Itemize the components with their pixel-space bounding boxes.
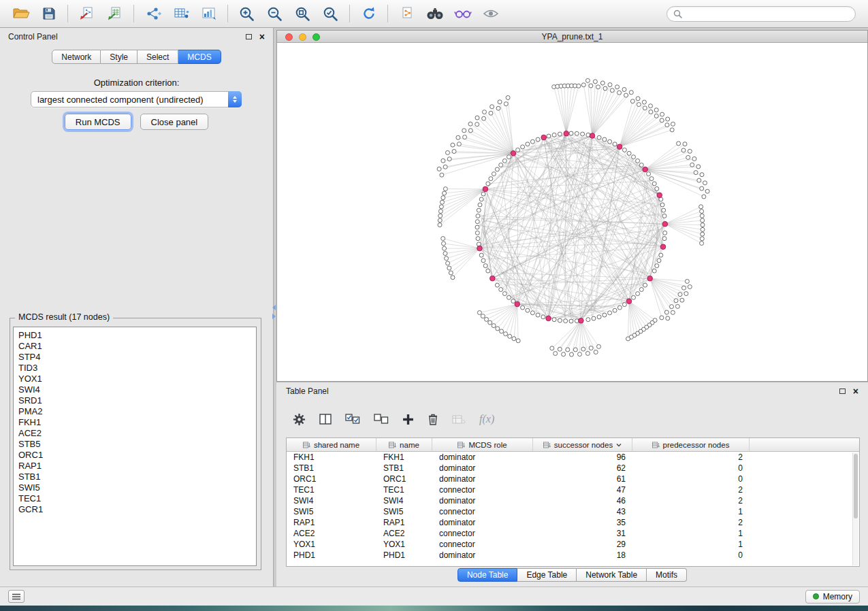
control-panel-header: Control Panel × — [0, 28, 273, 46]
tab-network[interactable]: Network — [52, 50, 101, 64]
column-header-successor_nodes[interactable]: successor nodes — [533, 438, 632, 451]
table-row[interactable]: TEC1TEC1connector472 — [287, 484, 859, 495]
table-row[interactable]: SWI5SWI5connector431 — [287, 506, 859, 517]
save-button[interactable] — [35, 3, 63, 24]
columns-icon — [319, 414, 332, 425]
show-columns-button[interactable] — [319, 414, 332, 425]
export-table-button[interactable] — [167, 3, 195, 24]
table-row[interactable]: FKH1FKH1dominator962 — [287, 452, 859, 463]
share-document-button[interactable] — [393, 3, 421, 24]
close-panel-icon[interactable]: × — [259, 32, 265, 42]
column-header-shared_name[interactable]: shared name — [287, 438, 376, 451]
cell-shared_name: PHD1 — [287, 550, 376, 560]
import-network-button[interactable] — [73, 3, 101, 24]
network-canvas[interactable] — [277, 44, 867, 381]
tab-style[interactable]: Style — [101, 50, 138, 64]
cell-predecessor_nodes: 2 — [632, 518, 750, 527]
select-all-icon — [345, 414, 360, 425]
result-node-item[interactable]: GCR1 — [14, 504, 256, 515]
column-header-name[interactable]: name — [376, 438, 432, 451]
tab-motifs[interactable]: Motifs — [647, 568, 687, 582]
collapse-left-icon[interactable] — [272, 305, 276, 310]
delete-rows-button[interactable] — [428, 413, 438, 425]
table-settings-button[interactable] — [293, 413, 306, 426]
result-node-item[interactable]: FKH1 — [14, 417, 256, 428]
table-row[interactable]: YOX1YOX1connector291 — [287, 539, 859, 550]
tab-edge-table[interactable]: Edge Table — [517, 568, 577, 582]
result-node-item[interactable]: STB1 — [14, 472, 256, 482]
control-panel: Control Panel × NetworkStyleSelectMCDS O… — [0, 28, 274, 587]
tab-mcds[interactable]: MCDS — [178, 50, 221, 64]
deselect-all-button[interactable] — [374, 414, 389, 425]
cell-name: TEC1 — [376, 485, 432, 495]
memory-label: Memory — [823, 592, 852, 601]
apply-function-button[interactable]: f(x) — [479, 413, 494, 425]
run-mcds-button[interactable]: Run MCDS — [65, 114, 131, 130]
memory-button[interactable]: Memory — [805, 590, 860, 604]
eye-icon — [483, 9, 499, 18]
network-window-titlebar[interactable]: YPA_prune.txt_1 — [277, 31, 867, 43]
clear-table-button[interactable] — [452, 414, 466, 425]
result-node-item[interactable]: ORC1 — [14, 450, 256, 461]
tab-select[interactable]: Select — [138, 50, 178, 64]
result-node-item[interactable]: TID3 — [14, 363, 256, 374]
table-scrollbar[interactable] — [852, 452, 858, 565]
result-node-item[interactable]: YOX1 — [14, 374, 256, 384]
cell-name: FKH1 — [376, 452, 432, 462]
float-table-panel-icon[interactable] — [839, 389, 846, 394]
export-image-icon — [201, 7, 217, 20]
search-input[interactable] — [686, 8, 849, 19]
result-node-item[interactable]: PHD1 — [14, 330, 256, 341]
result-node-item[interactable]: STB5 — [14, 439, 256, 450]
table-row[interactable]: ORC1ORC1dominator610 — [287, 474, 859, 484]
table-row[interactable]: PHD1PHD1dominator180 — [287, 550, 859, 561]
table-row[interactable]: SWI4SWI4dominator462 — [287, 495, 859, 506]
export-image-button[interactable] — [195, 3, 223, 24]
column-header-mcds_role[interactable]: MCDS role — [432, 438, 533, 451]
column-header-predecessor_nodes[interactable]: predecessor nodes — [632, 438, 750, 451]
cell-successor_nodes: 61 — [533, 474, 632, 484]
add-row-button[interactable] — [402, 414, 414, 425]
result-node-item[interactable]: TEC1 — [14, 493, 256, 504]
zoom-fit-button[interactable] — [289, 3, 317, 24]
close-table-panel-icon[interactable]: × — [853, 386, 858, 396]
close-panel-button[interactable]: Close panel — [140, 114, 209, 130]
result-node-item[interactable]: CAR1 — [14, 341, 256, 352]
search-field[interactable] — [666, 6, 856, 22]
tab-node-table[interactable]: Node Table — [457, 568, 518, 582]
zoom-selected-button[interactable] — [317, 3, 344, 24]
select-all-button[interactable] — [345, 414, 360, 425]
table-row[interactable]: RAP1RAP1dominator352 — [287, 517, 859, 528]
collapse-right-icon[interactable] — [272, 314, 276, 319]
result-node-item[interactable]: RAP1 — [14, 461, 256, 472]
refresh-button[interactable] — [355, 3, 383, 24]
cell-successor_nodes: 29 — [533, 540, 632, 549]
result-node-item[interactable]: STP4 — [14, 352, 256, 363]
table-row[interactable]: STB1STB1dominator620 — [287, 463, 859, 474]
zoom-out-button[interactable] — [261, 3, 289, 24]
table-row[interactable]: ACE2ACE2connector311 — [287, 528, 859, 539]
result-node-item[interactable]: SWI4 — [14, 384, 256, 395]
mcds-result-title: MCDS result (17 nodes) — [15, 312, 113, 322]
zoom-in-button[interactable] — [233, 3, 261, 24]
search-network-button[interactable] — [421, 3, 449, 24]
scrollbar-thumb[interactable] — [854, 454, 858, 518]
result-node-item[interactable]: PMA2 — [14, 406, 256, 417]
criterion-select[interactable]: largest connected component (undirected) — [31, 91, 242, 108]
network-graph-svg[interactable] — [277, 44, 867, 382]
show-all-button[interactable] — [477, 3, 504, 24]
tab-network-table[interactable]: Network Table — [577, 568, 647, 582]
task-history-button[interactable] — [8, 590, 25, 603]
cell-predecessor_nodes: 0 — [632, 550, 750, 560]
result-node-item[interactable]: SRD1 — [14, 395, 256, 406]
result-node-item[interactable]: SWI5 — [14, 482, 256, 493]
result-node-item[interactable]: ACE2 — [14, 428, 256, 439]
cell-name: RAP1 — [376, 518, 432, 527]
export-network-button[interactable] — [139, 3, 167, 24]
open-file-button[interactable] — [7, 3, 35, 24]
float-panel-icon[interactable] — [246, 34, 252, 39]
control-panel-title: Control Panel — [8, 32, 58, 42]
network-window-title: YPA_prune.txt_1 — [277, 32, 867, 42]
hide-selected-button[interactable] — [449, 3, 477, 24]
import-table-button[interactable] — [101, 3, 129, 24]
